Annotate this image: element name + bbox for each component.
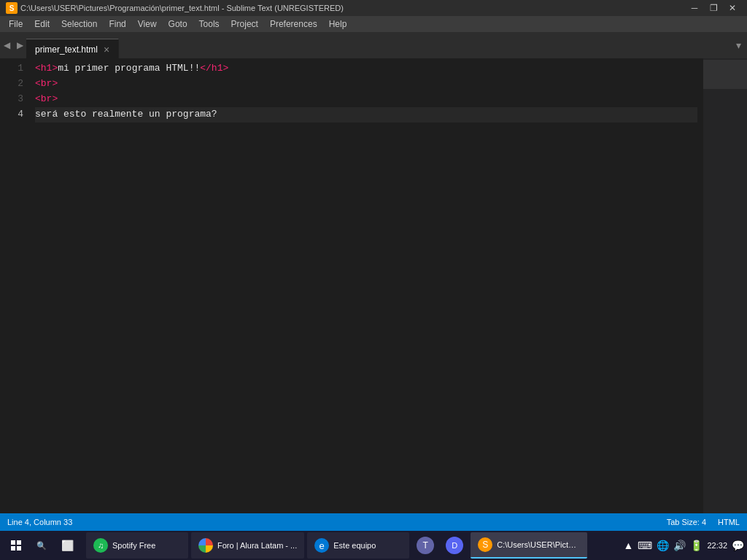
menu-item-project[interactable]: Project <box>225 16 264 32</box>
taskbar-app-teams[interactable]: T <box>412 532 438 559</box>
tag-open-h1: <h1> <box>35 61 58 77</box>
spotify-label: Spotify Free <box>112 541 155 550</box>
tab-label: primer_text.html <box>35 44 98 55</box>
volume-icon[interactable]: 🔊 <box>673 540 686 551</box>
taskbar-app-spotify[interactable]: ♫ Spotify Free <box>86 532 188 559</box>
keyboard-icon[interactable]: ⌨ <box>638 540 652 551</box>
chrome-icon <box>198 538 213 553</box>
tab-dropdown-button[interactable]: ▾ <box>730 36 747 54</box>
code-line-1: <h1>mi primer programa HTML!!</h1> <box>35 61 697 77</box>
menu-item-help[interactable]: Help <box>323 16 353 32</box>
line4-text: será esto realmente un programa? <box>35 107 217 122</box>
line-number-3: 3 <box>0 92 23 107</box>
active-tab[interactable]: primer_text.html × <box>26 39 119 59</box>
clock-time: 22:32 <box>707 540 727 551</box>
taskbar-app-edge[interactable]: e Este equipo <box>307 532 409 559</box>
window-controls: ─ ❐ ✕ <box>686 1 741 15</box>
menubar: FileEditSelectionFindViewGotoToolsProjec… <box>0 16 747 32</box>
maximize-button[interactable]: ❐ <box>705 1 722 15</box>
edge-label: Este equipo <box>333 541 376 550</box>
line-number-1: 1 <box>0 61 23 77</box>
tag-br-1: <br> <box>35 77 58 92</box>
menu-item-selection[interactable]: Selection <box>55 16 103 32</box>
chrome-label: Foro | Alura Latam - ... <box>217 541 297 550</box>
taskbar: 🔍 ⬜ ♫ Spotify Free Foro | Alura Latam - … <box>0 531 747 560</box>
menu-item-find[interactable]: Find <box>103 16 131 32</box>
tab-prev-button[interactable]: ◀ <box>0 37 13 53</box>
window-icon: S C:\Users\USER\Pictures\Programación\pr… <box>6 2 344 14</box>
taskbar-left: 🔍 ⬜ <box>3 532 80 559</box>
taskbar-apps: ♫ Spotify Free Foro | Alura Latam - ... … <box>80 532 624 559</box>
syntax-mode[interactable]: HTML <box>718 518 740 526</box>
network-icon[interactable]: 🌐 <box>657 540 669 551</box>
code-line-2: <br> <box>35 77 697 92</box>
search-icon: 🔍 <box>36 541 47 551</box>
taskbar-app-sublime[interactable]: S C:\Users\USER\Pictur... <box>471 532 587 559</box>
menu-item-preferences[interactable]: Preferences <box>264 16 323 32</box>
line-number-2: 2 <box>0 77 23 92</box>
tag-close-h1: </h1> <box>200 61 228 77</box>
code-line-4: será esto realmente un programa? <box>35 107 697 122</box>
editor: 1 2 3 4 <h1>mi primer programa HTML!!</h… <box>0 58 747 513</box>
statusbar-left: Line 4, Column 33 <box>7 518 72 526</box>
cursor-position: Line 4, Column 33 <box>7 518 72 526</box>
minimap-viewport <box>703 60 747 89</box>
start-button[interactable] <box>3 532 29 559</box>
taskbar-app-chrome[interactable]: Foro | Alura Latam - ... <box>191 532 304 559</box>
statusbar: Line 4, Column 33 Tab Size: 4 HTML <box>0 513 747 531</box>
search-button[interactable]: 🔍 <box>32 532 51 559</box>
menu-item-edit[interactable]: Edit <box>28 16 55 32</box>
tab-size[interactable]: Tab Size: 4 <box>667 518 706 526</box>
titlebar: S C:\Users\USER\Pictures\Programación\pr… <box>0 0 747 16</box>
sublime-label: C:\Users\USER\Pictur... <box>497 540 580 549</box>
teams-icon: T <box>417 537 434 554</box>
tab-next-button[interactable]: ▶ <box>13 37 26 53</box>
menu-item-file[interactable]: File <box>3 16 28 32</box>
sublime-taskbar-icon: S <box>478 537 492 552</box>
spotify-icon: ♫ <box>93 538 108 553</box>
code-editor[interactable]: <h1>mi primer programa HTML!!</h1> <br> … <box>29 58 703 513</box>
taskbar-app-discord[interactable]: D <box>441 532 468 559</box>
minimize-button[interactable]: ─ <box>686 1 703 15</box>
menu-item-view[interactable]: View <box>132 16 163 32</box>
h1-text: mi primer programa HTML!! <box>58 61 200 77</box>
taskbar-tray: ▲ ⌨ 🌐 🔊 🔋 22:32 💬 <box>624 540 744 551</box>
statusbar-right: Tab Size: 4 HTML <box>667 518 740 526</box>
line-number-4: 4 <box>0 107 23 122</box>
menu-item-tools[interactable]: Tools <box>193 16 225 32</box>
close-button[interactable]: ✕ <box>724 1 741 15</box>
tray-show-hidden[interactable]: ▲ <box>624 540 634 551</box>
code-line-3: <br> <box>35 92 697 107</box>
battery-icon[interactable]: 🔋 <box>690 540 703 551</box>
menu-item-goto[interactable]: Goto <box>163 16 193 32</box>
tab-nav: ◀ ▶ <box>0 37 26 53</box>
tag-br-2: <br> <box>35 92 58 107</box>
tab-close-button[interactable]: × <box>104 44 109 55</box>
line-numbers: 1 2 3 4 <box>0 58 29 513</box>
edge-icon: e <box>314 538 329 553</box>
discord-icon: D <box>446 537 463 554</box>
task-view-button[interactable]: ⬜ <box>54 532 80 559</box>
minimap <box>703 58 747 513</box>
titlebar-text: C:\Users\USER\Pictures\Programación\prim… <box>20 4 344 12</box>
windows-logo <box>11 540 21 551</box>
system-clock[interactable]: 22:32 <box>707 540 727 551</box>
notification-icon[interactable]: 💬 <box>732 540 744 551</box>
tabbar: ◀ ▶ primer_text.html × ▾ <box>0 32 747 58</box>
